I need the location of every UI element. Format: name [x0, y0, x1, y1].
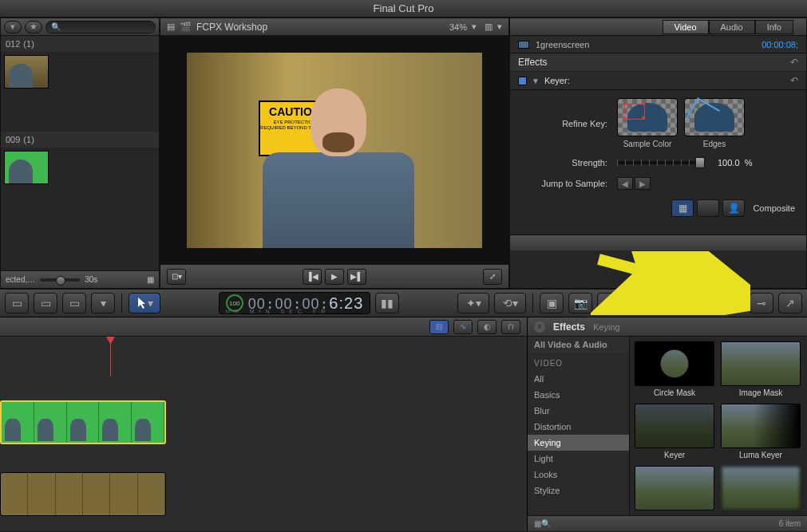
event-name: 012	[6, 39, 20, 49]
effect-item[interactable]	[721, 466, 801, 513]
prev-sample-button[interactable]: ◀	[617, 177, 633, 190]
audio-skimming-button[interactable]: ∿	[453, 320, 473, 334]
connect-clip-button[interactable]: ▭	[5, 293, 29, 313]
titles-browser-button[interactable]: T	[655, 293, 678, 313]
retime-button[interactable]: ⟲▾	[494, 293, 526, 313]
viewer-display-button[interactable]: ⊡▾	[167, 269, 186, 285]
select-tool[interactable]: ▾	[129, 293, 160, 313]
tab-info[interactable]: Info	[755, 20, 793, 34]
timeline-clip-background[interactable]	[0, 472, 166, 516]
search-icon: 🔍	[51, 22, 61, 31]
category-distortion[interactable]: Distortion	[528, 419, 629, 435]
view-mode-3[interactable]: 👤	[722, 199, 745, 217]
generators-browser-button[interactable]: ◉	[683, 293, 707, 313]
effect-item[interactable]	[635, 466, 714, 513]
category-stylize[interactable]: Stylize	[528, 483, 629, 499]
video-section-header: VIDEO	[528, 353, 629, 371]
effects-browser-panel: × Effects Keying All Video & Audio VIDEO…	[528, 317, 807, 531]
playhead[interactable]	[110, 337, 111, 376]
timeline-index-icon[interactable]: ▤	[167, 22, 175, 32]
insert-clip-button[interactable]: ▭	[34, 293, 57, 313]
category-keying[interactable]: Keying	[528, 435, 629, 451]
timeline-clip-greenscreen[interactable]	[0, 400, 166, 444]
strength-label: Strength:	[521, 158, 617, 167]
effect-image-mask[interactable]: Image Mask	[721, 341, 801, 397]
settings-dropdown-icon[interactable]: ▾	[497, 22, 502, 32]
sample-color-button[interactable]	[617, 98, 678, 136]
effects-section-title: Effects	[518, 57, 547, 68]
thumbnail-zoom-slider[interactable]	[40, 278, 80, 282]
effect-enable-checkbox[interactable]	[518, 77, 527, 85]
snapping-button[interactable]: ⊓	[501, 320, 520, 334]
append-clip-button[interactable]: ▭	[62, 293, 86, 313]
skimming-button[interactable]: ⊟	[429, 320, 449, 334]
strength-value[interactable]: 100.0 %	[718, 158, 752, 167]
effect-luma-keyer[interactable]: Luma Keyer	[721, 404, 801, 459]
zoom-dropdown-icon[interactable]: ▾	[472, 22, 477, 32]
tab-audio[interactable]: Audio	[709, 20, 755, 34]
project-name: FCPX Workshop	[196, 22, 267, 33]
zoom-duration: 30s	[85, 275, 97, 284]
search-icon[interactable]: 🔍	[541, 519, 551, 528]
viewer-zoom[interactable]: 34%	[449, 22, 467, 32]
fullscreen-button[interactable]: ⤢	[483, 269, 502, 285]
timecode-labels: HR MIN SEC FR	[226, 309, 330, 314]
disclosure-triangle[interactable]: ▼	[532, 77, 540, 85]
event-header-1[interactable]: 012 (1)	[1, 36, 159, 52]
category-looks[interactable]: Looks	[528, 467, 629, 483]
category-basics[interactable]: Basics	[528, 387, 629, 403]
transitions-browser-button[interactable]: ⋈	[626, 293, 650, 313]
category-all-video-audio[interactable]: All Video & Audio	[528, 337, 629, 353]
item-count: 6 item	[779, 519, 801, 528]
timecode-display[interactable]: 100 00:00:00:6:23 HR MIN SEC FR	[219, 292, 371, 314]
timeline-panel[interactable]: ⊟ ∿ ◐ ⊓	[0, 317, 528, 531]
effect-keyer[interactable]: Keyer	[635, 404, 714, 459]
window-titlebar: Final Cut Pro	[0, 0, 807, 18]
view-mode-2[interactable]	[697, 199, 719, 217]
photos-browser-button[interactable]: 📷	[568, 293, 592, 313]
clip-appearance-icon[interactable]: ▦	[147, 275, 154, 284]
next-sample-button[interactable]: ▶	[635, 177, 651, 190]
grid-view-icon[interactable]: ▦	[534, 519, 541, 528]
view-options-icon[interactable]: ▥	[485, 22, 493, 32]
event-header-2[interactable]: 009 (1)	[1, 132, 159, 148]
close-icon[interactable]: ×	[534, 321, 545, 333]
effects-browser-button[interactable]: ▣	[540, 293, 564, 313]
edges-button[interactable]	[684, 98, 745, 136]
clip-thumbnail[interactable]	[4, 151, 49, 184]
effect-circle-mask[interactable]: Circle Mask	[635, 341, 714, 397]
solo-button[interactable]: ◐	[477, 320, 496, 334]
library-search[interactable]: 🔍	[45, 21, 156, 33]
filter-button[interactable]: ▾	[4, 21, 22, 33]
clip-thumbnail[interactable]	[4, 55, 49, 89]
tab-video[interactable]: Video	[663, 20, 709, 34]
viewer-canvas[interactable]: CAUTION EYE PROTECTION REQUIRED BEYOND T…	[160, 36, 508, 264]
audio-meter-button[interactable]: ▮▮	[375, 293, 399, 313]
category-blur[interactable]: Blur	[528, 403, 629, 419]
themes-browser-button[interactable]: ⬚	[712, 293, 736, 313]
share-button[interactable]: ↗	[778, 293, 802, 313]
music-browser-button[interactable]: ♫	[597, 293, 621, 313]
enhance-button[interactable]: ✦▾	[457, 293, 489, 313]
refine-key-label: Refine Key:	[521, 119, 617, 128]
strength-slider[interactable]	[617, 161, 705, 164]
view-mode-1[interactable]: ▦	[671, 199, 694, 217]
inspector-clip-name: 1greenscreen	[536, 40, 589, 49]
inspector-panel: Video Audio Info 1greenscreen 00:00:08; …	[509, 18, 807, 289]
clapboard-icon: 🎬	[180, 22, 192, 33]
inspector-toggle-button[interactable]: ⊸	[750, 293, 773, 313]
play-button[interactable]: ▶	[325, 269, 344, 285]
reset-icon[interactable]: ↶	[790, 57, 798, 68]
selection-status: ected,…	[6, 275, 35, 284]
effects-browser-title: Effects	[553, 321, 585, 333]
effects-category-list: All Video & Audio VIDEO All Basics Blur …	[528, 337, 630, 515]
viewer-panel: ▤ 🎬 FCPX Workshop 34% ▾ ▥ ▾ CAUTION EYE …	[160, 18, 509, 289]
overwrite-clip-button[interactable]: ▾	[91, 293, 115, 313]
clip-type-icon	[518, 41, 529, 49]
next-edit-button[interactable]: ▶▌	[347, 269, 366, 285]
favorites-button[interactable]: ★	[25, 21, 42, 33]
prev-edit-button[interactable]: ▐◀	[303, 269, 322, 285]
category-light[interactable]: Light	[528, 451, 629, 467]
reset-icon[interactable]: ↶	[790, 75, 798, 86]
category-all[interactable]: All	[528, 371, 629, 387]
